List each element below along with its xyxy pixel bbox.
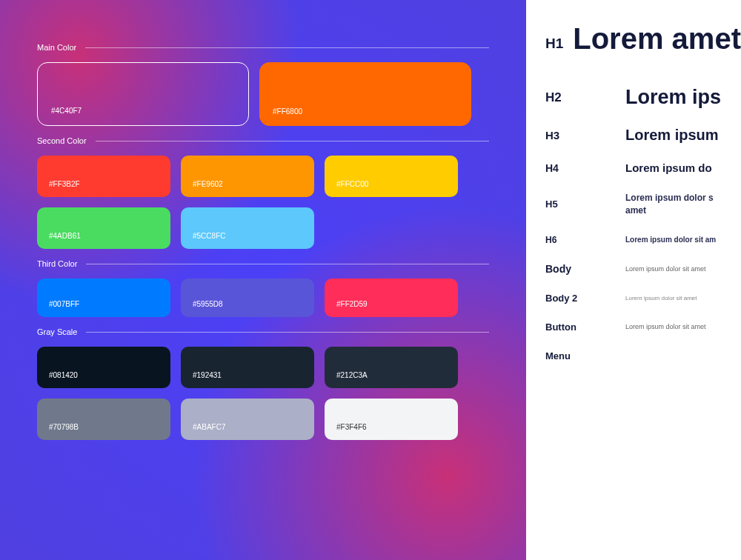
typo-label: Body 2 (545, 293, 625, 304)
section-header: Second Color (37, 136, 489, 145)
typo-row-h6: H6 Lorem ipsum dolor sit am (545, 235, 741, 245)
typo-row-h3: H3 Lorem ipsum (545, 127, 741, 144)
divider-line (86, 264, 489, 264)
typo-sample: Lorem amet (573, 22, 741, 55)
typo-row-h4: H4 Lorem ipsum do (545, 161, 741, 174)
divider-line (85, 47, 489, 48)
color-swatch: #192431 (181, 347, 314, 388)
color-swatch: #4C40F7 (37, 62, 249, 126)
typo-row-body: Body Lorem ipsum dolor sit amet (545, 263, 741, 275)
typo-label: H4 (545, 162, 625, 174)
color-swatch: #70798B (37, 399, 170, 440)
typo-sample: Lorem ipsum dolor sit amet (625, 295, 697, 301)
typo-row-h2: H2 Lorem ips (545, 86, 741, 109)
typo-sample: Lorem ips (625, 86, 721, 109)
typo-label: H5 (545, 199, 625, 210)
section-main-color: Main Color #4C40F7 #FF6800 (37, 43, 489, 126)
section-third-color: Third Color #007BFF #5955D8 #FF2D59 (37, 259, 489, 317)
swatch-row: #4ADB61 #5CC8FC (37, 207, 489, 249)
typo-sample: Lorem ipsum dolor sit amet (625, 265, 706, 273)
typo-row-body2: Body 2 Lorem ipsum dolor sit amet (545, 293, 741, 304)
section-header: Gray Scale (37, 327, 489, 336)
typo-label: H2 (545, 90, 625, 105)
color-swatch: #081420 (37, 347, 170, 388)
section-title: Gray Scale (37, 327, 77, 336)
typo-row-h1: H1 Lorem amet (545, 22, 741, 55)
section-header: Third Color (37, 259, 489, 268)
typography-panel: H1 Lorem amet H2 Lorem ips H3 Lorem ipsu… (526, 0, 741, 560)
color-swatch: #5CC8FC (181, 207, 314, 249)
typo-row-h5: H5 Lorem ipsum dolor samet (545, 192, 741, 217)
typo-label: Menu (545, 350, 625, 361)
typo-label: H6 (545, 235, 625, 245)
section-title: Main Color (37, 43, 76, 52)
section-title: Second Color (37, 136, 87, 145)
typo-sample: Lorem ipsum dolor sit amet (625, 323, 706, 330)
swatch-row: #4C40F7 #FF6800 (37, 62, 489, 126)
typo-label: H3 (545, 129, 625, 141)
section-gray-scale: Gray Scale #081420 #192431 #212C3A #7079… (37, 327, 489, 440)
color-swatch: #212C3A (325, 347, 458, 388)
divider-line (86, 332, 489, 333)
swatch-row: #007BFF #5955D8 #FF2D59 (37, 279, 489, 317)
color-swatch: #FFCC00 (325, 156, 458, 197)
swatch-row: #70798B #ABAFC7 #F3F4F6 (37, 399, 489, 440)
typo-row-menu: Menu (545, 350, 741, 361)
typo-label: Button (545, 321, 625, 333)
color-palette-panel: Main Color #4C40F7 #FF6800 Second Color … (0, 0, 526, 560)
typo-sample: Lorem ipsum dolor sit am (625, 236, 716, 244)
section-second-color: Second Color #FF3B2F #FE9602 #FFCC00 #4A… (37, 136, 489, 249)
color-swatch: #4ADB61 (37, 207, 170, 249)
typo-sample: Lorem ipsum (625, 127, 719, 144)
color-swatch: #FE9602 (181, 156, 314, 197)
swatch-row: #081420 #192431 #212C3A (37, 347, 489, 388)
section-header: Main Color (37, 43, 489, 52)
color-swatch: #FF6800 (259, 62, 471, 126)
color-swatch: #F3F4F6 (325, 399, 458, 440)
typo-row-button: Button Lorem ipsum dolor sit amet (545, 321, 741, 333)
swatch-row: #FF3B2F #FE9602 #FFCC00 (37, 156, 489, 197)
typo-sample: Lorem ipsum do (625, 161, 712, 174)
color-swatch: #ABAFC7 (181, 399, 314, 440)
color-swatch: #FF3B2F (37, 156, 170, 197)
typo-label: Body (545, 263, 625, 275)
section-title: Third Color (37, 259, 77, 268)
typo-sample: Lorem ipsum dolor samet (625, 192, 714, 217)
divider-line (96, 141, 489, 141)
color-swatch: #5955D8 (181, 279, 314, 317)
color-swatch: #007BFF (37, 279, 170, 317)
color-swatch: #FF2D59 (325, 279, 458, 317)
typo-label: H1 (545, 22, 573, 52)
